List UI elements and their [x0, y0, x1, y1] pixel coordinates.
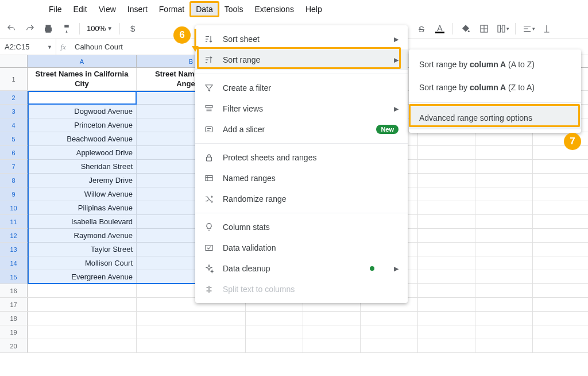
cell[interactable] — [28, 284, 137, 297]
cell[interactable] — [475, 229, 533, 242]
redo-button[interactable] — [22, 21, 38, 37]
cell[interactable] — [475, 146, 533, 159]
cell[interactable] — [303, 339, 361, 352]
vertical-align-button[interactable] — [539, 21, 555, 37]
cell[interactable] — [418, 132, 475, 145]
menu-item-protect-sheets-and-ranges[interactable]: Protect sheets and ranges — [195, 147, 408, 168]
menu-item-data-cleanup[interactable]: Data cleanup▶ — [195, 258, 408, 279]
cell[interactable] — [137, 325, 246, 339]
cell[interactable] — [475, 243, 533, 256]
cell[interactable] — [475, 325, 533, 339]
cell[interactable] — [246, 339, 303, 352]
cell[interactable] — [475, 174, 533, 187]
cell[interactable] — [475, 270, 533, 283]
cell[interactable] — [418, 312, 475, 325]
cell[interactable] — [418, 201, 475, 214]
column-header-A[interactable]: A — [28, 55, 137, 67]
row-header[interactable]: 7 — [0, 160, 28, 173]
cell[interactable]: Dogwood Avenue — [28, 105, 137, 118]
menu-help[interactable]: Help — [300, 2, 328, 17]
cell[interactable]: Pilipinas Avenue — [28, 201, 137, 214]
row-header[interactable]: 13 — [0, 243, 28, 256]
cell[interactable] — [475, 201, 533, 214]
row-header[interactable]: 17 — [0, 298, 28, 311]
cell[interactable]: Beachwood Avenue — [28, 132, 137, 145]
cell[interactable] — [246, 312, 303, 325]
cell[interactable] — [475, 256, 533, 270]
row-header[interactable]: 8 — [0, 174, 28, 187]
undo-button[interactable] — [3, 21, 20, 37]
cell[interactable] — [418, 229, 475, 242]
cell[interactable] — [475, 187, 533, 201]
cell[interactable] — [361, 312, 418, 325]
cell[interactable] — [28, 339, 137, 352]
submenu-item[interactable]: Advanced range sorting options — [409, 106, 581, 129]
row-header[interactable]: 3 — [0, 105, 28, 118]
menu-tools[interactable]: Tools — [219, 2, 249, 17]
name-box[interactable]: A2:C15▼ — [0, 39, 56, 55]
menu-item-filter-views[interactable]: Filter views▶ — [195, 98, 408, 119]
cell[interactable] — [475, 132, 533, 145]
menu-view[interactable]: View — [93, 2, 122, 17]
cell[interactable] — [137, 312, 246, 325]
row-header[interactable]: 18 — [0, 312, 28, 325]
row-header[interactable]: 5 — [0, 132, 28, 145]
merge-cells-button[interactable]: ▾ — [494, 21, 510, 37]
cell[interactable] — [418, 160, 475, 173]
cell[interactable]: Princeton Avenue — [28, 118, 137, 132]
cell[interactable]: Calhoun Court — [28, 91, 137, 104]
submenu-item[interactable]: Sort range by column A (A to Z) — [409, 53, 581, 76]
menu-item-create-a-filter[interactable]: Create a filter — [195, 78, 408, 98]
cell[interactable] — [418, 284, 475, 297]
row-header[interactable]: 14 — [0, 256, 28, 270]
row-header[interactable]: 12 — [0, 229, 28, 242]
cell[interactable] — [28, 312, 137, 325]
cell[interactable] — [418, 174, 475, 187]
row-header[interactable]: 4 — [0, 118, 28, 132]
cell[interactable] — [418, 187, 475, 201]
select-all-corner[interactable] — [0, 55, 28, 67]
row-header[interactable]: 6 — [0, 146, 28, 159]
borders-button[interactable] — [476, 21, 492, 37]
menu-format[interactable]: Format — [153, 2, 190, 17]
menu-item-add-a-slicer[interactable]: Add a slicerNew — [195, 119, 408, 140]
cell[interactable] — [418, 339, 475, 352]
menu-item-data-validation[interactable]: Data validation — [195, 237, 408, 258]
text-color-button[interactable]: A — [432, 21, 448, 37]
row-header[interactable]: 2 — [0, 91, 28, 104]
menu-item-sort-range[interactable]: Sort range▶ — [195, 49, 408, 70]
fill-color-button[interactable] — [458, 21, 474, 37]
cell[interactable] — [361, 339, 418, 352]
cell[interactable] — [361, 325, 418, 339]
cell[interactable] — [418, 243, 475, 256]
row-header[interactable]: 11 — [0, 215, 28, 228]
submenu-item[interactable]: Sort range by column A (Z to A) — [409, 76, 581, 99]
cell[interactable]: Mollison Court — [28, 256, 137, 270]
menu-item-column-stats[interactable]: Column stats — [195, 217, 408, 237]
cell[interactable]: Taylor Street — [28, 243, 137, 256]
cell[interactable] — [418, 146, 475, 159]
cell[interactable] — [418, 256, 475, 270]
cell[interactable]: Willow Avenue — [28, 187, 137, 201]
cell[interactable]: Jeremy Drive — [28, 174, 137, 187]
cell[interactable]: Street Names in California City — [28, 68, 137, 90]
menu-item-randomize-range[interactable]: Randomize range — [195, 189, 408, 209]
row-header[interactable]: 19 — [0, 325, 28, 339]
cell[interactable]: Raymond Avenue — [28, 229, 137, 242]
paint-format-button[interactable] — [59, 21, 75, 37]
cell[interactable] — [303, 325, 361, 339]
print-button[interactable] — [40, 21, 56, 37]
cell[interactable] — [418, 215, 475, 228]
menu-item-named-ranges[interactable]: Named ranges — [195, 168, 408, 189]
cell[interactable] — [418, 325, 475, 339]
cell[interactable]: Sheridan Street — [28, 160, 137, 173]
row-header[interactable]: 15 — [0, 270, 28, 283]
row-header[interactable]: 10 — [0, 201, 28, 214]
menu-data[interactable]: Data — [190, 2, 219, 17]
cell[interactable] — [475, 284, 533, 297]
cell[interactable]: Applewood Drive — [28, 146, 137, 159]
row-header[interactable]: 1 — [0, 68, 28, 90]
strikethrough-button[interactable]: S — [413, 21, 430, 37]
cell[interactable]: Evergreen Avenue — [28, 270, 137, 283]
cell[interactable] — [303, 312, 361, 325]
